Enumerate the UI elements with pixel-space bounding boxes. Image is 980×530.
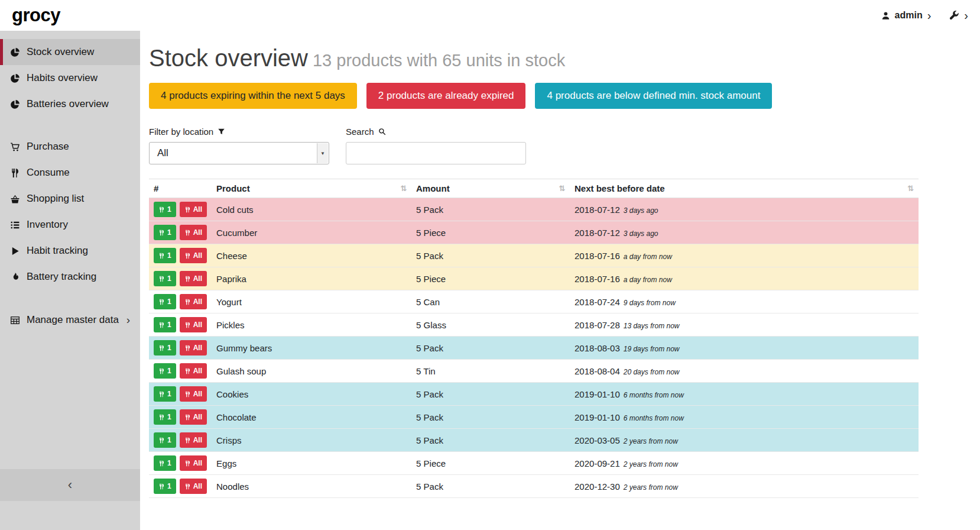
product-name: Crisps — [212, 429, 411, 452]
product-name: Cookies — [212, 383, 411, 406]
page-title: Stock overview13 products with 65 units … — [149, 45, 919, 71]
consume-all-button[interactable]: All — [180, 363, 207, 379]
page-layout: Stock overviewHabits overviewBatteries o… — [0, 31, 980, 530]
consume-button-label: 1 — [167, 436, 171, 444]
product-amount: 5 Tin — [411, 360, 570, 383]
consume-1-button[interactable]: 1 — [154, 271, 176, 286]
consume-1-button[interactable]: 1 — [154, 317, 176, 332]
stock-row-crisps: 1AllCrisps5 Pack2020-03-052 years from n… — [149, 429, 919, 452]
consume-all-button[interactable]: All — [180, 248, 207, 263]
sidebar-item-habits-overview[interactable]: Habits overview — [0, 65, 140, 91]
consume-1-button[interactable]: 1 — [154, 455, 176, 471]
stock-row-cookies: 1AllCookies5 Pack2019-01-106 months from… — [149, 383, 919, 406]
product-name: Paprika — [212, 267, 411, 290]
consume-all-button[interactable]: All — [180, 317, 207, 332]
consume-button-label: All — [193, 344, 202, 352]
utensils-icon — [184, 437, 191, 444]
user-icon — [881, 11, 890, 20]
column-header-amount[interactable]: Amount⇅ — [411, 179, 570, 198]
sidebar-item-shopping-list[interactable]: Shopping list — [0, 186, 140, 212]
consume-1-button[interactable]: 1 — [154, 479, 176, 494]
app-logo[interactable]: grocy — [12, 5, 60, 26]
row-actions: 1All — [154, 340, 207, 356]
utensils-icon — [158, 414, 165, 421]
sidebar-item-stock-overview[interactable]: Stock overview — [0, 39, 140, 65]
stock-row-cold-cuts: 1AllCold cuts5 Pack2018-07-123 days ago — [149, 198, 919, 221]
utensils-icon — [158, 230, 165, 236]
search-input[interactable] — [346, 142, 526, 164]
sidebar-item-purchase[interactable]: Purchase — [0, 134, 140, 160]
consume-1-button[interactable]: 1 — [154, 202, 176, 217]
column-label: # — [154, 183, 158, 193]
stock-row-noodles: 1AllNoodles5 Pack2020-12-302 years from … — [149, 475, 919, 498]
filter-by-location-label: Filter by location — [149, 127, 329, 137]
consume-1-button[interactable]: 1 — [154, 386, 176, 402]
stock-row-gummy-bears: 1AllGummy bears5 Pack2018-08-0319 days f… — [149, 337, 919, 360]
consume-all-button[interactable]: All — [180, 479, 207, 494]
sidebar-item-batteries-overview[interactable]: Batteries overview — [0, 91, 140, 117]
consume-1-button[interactable]: 1 — [154, 294, 176, 309]
alert-expiring-soon[interactable]: 4 products expiring within the next 5 da… — [149, 83, 357, 109]
product-amount: 5 Piece — [411, 221, 570, 244]
settings-menu[interactable]: › — [949, 9, 968, 21]
best-before-relative: 2 years from now — [624, 437, 678, 445]
consume-1-button[interactable]: 1 — [154, 363, 176, 379]
sidebar-collapse-button[interactable]: ‹ — [0, 469, 140, 501]
sidebar-item-battery-tracking[interactable]: Battery tracking — [0, 264, 140, 290]
product-amount: 5 Pack — [411, 475, 570, 498]
user-menu[interactable]: admin › — [881, 9, 932, 21]
consume-all-button[interactable]: All — [180, 225, 207, 240]
best-before-relative: 13 days from now — [624, 322, 680, 330]
row-actions: 1All — [154, 271, 207, 286]
consume-1-button[interactable]: 1 — [154, 225, 176, 240]
consume-all-button[interactable]: All — [180, 340, 207, 356]
utensils-icon — [158, 437, 165, 444]
alert-below-min-stock[interactable]: 4 products are below defined min. stock … — [535, 83, 772, 109]
location-filter-select[interactable]: All ▼ — [149, 142, 329, 164]
consume-button-label: 1 — [167, 482, 171, 490]
row-actions: 1All — [154, 455, 207, 471]
row-actions: 1All — [154, 294, 207, 309]
product-name: Yogurt — [212, 290, 411, 314]
consume-all-button[interactable]: All — [180, 294, 207, 309]
product-amount: 5 Glass — [411, 314, 570, 337]
sidebar-item-inventory[interactable]: Inventory — [0, 212, 140, 238]
sort-icon[interactable]: ⇅ — [559, 184, 565, 193]
consume-button-label: 1 — [167, 413, 171, 421]
best-before-date: 2018-07-12 — [575, 228, 620, 238]
consume-button-label: 1 — [167, 251, 171, 260]
consume-button-label: All — [193, 298, 202, 306]
alert-expired[interactable]: 2 products are already expired — [366, 83, 526, 109]
consume-1-button[interactable]: 1 — [154, 432, 176, 448]
column-label: Next best before date — [575, 183, 665, 193]
best-before-date: 2018-07-12 — [575, 205, 620, 215]
consume-1-button[interactable]: 1 — [154, 409, 176, 425]
consume-all-button[interactable]: All — [180, 432, 207, 448]
column-header-product[interactable]: Product⇅ — [212, 179, 411, 198]
chart-pie-icon — [10, 73, 20, 83]
consume-button-label: 1 — [167, 390, 171, 398]
consume-1-button[interactable]: 1 — [154, 248, 176, 263]
sidebar-item-habit-tracking[interactable]: Habit tracking — [0, 238, 140, 264]
product-amount: 5 Pack — [411, 406, 570, 429]
consume-all-button[interactable]: All — [180, 409, 207, 425]
sidebar-item-label: Habits overview — [27, 72, 98, 84]
chart-pie-icon — [10, 99, 20, 109]
utensils-icon — [184, 391, 191, 397]
column-header-next-best-before-date[interactable]: Next best before date⇅ — [570, 179, 919, 198]
product-amount: 5 Pack — [411, 337, 570, 360]
best-before-date: 2018-08-04 — [575, 366, 620, 376]
consume-all-button[interactable]: All — [180, 271, 207, 286]
utensils-icon — [184, 206, 191, 213]
sidebar-item-consume[interactable]: Consume — [0, 160, 140, 186]
consume-all-button[interactable]: All — [180, 386, 207, 402]
row-actions: 1All — [154, 386, 207, 402]
sort-icon[interactable]: ⇅ — [400, 184, 407, 193]
sort-icon[interactable]: ⇅ — [907, 184, 914, 193]
sidebar-item-manage-master-data[interactable]: Manage master data› — [0, 306, 140, 334]
consume-all-button[interactable]: All — [180, 202, 207, 217]
consume-1-button[interactable]: 1 — [154, 340, 176, 356]
consume-all-button[interactable]: All — [180, 455, 207, 471]
consume-button-label: 1 — [167, 205, 171, 214]
best-before-relative: 20 days from now — [624, 368, 680, 376]
